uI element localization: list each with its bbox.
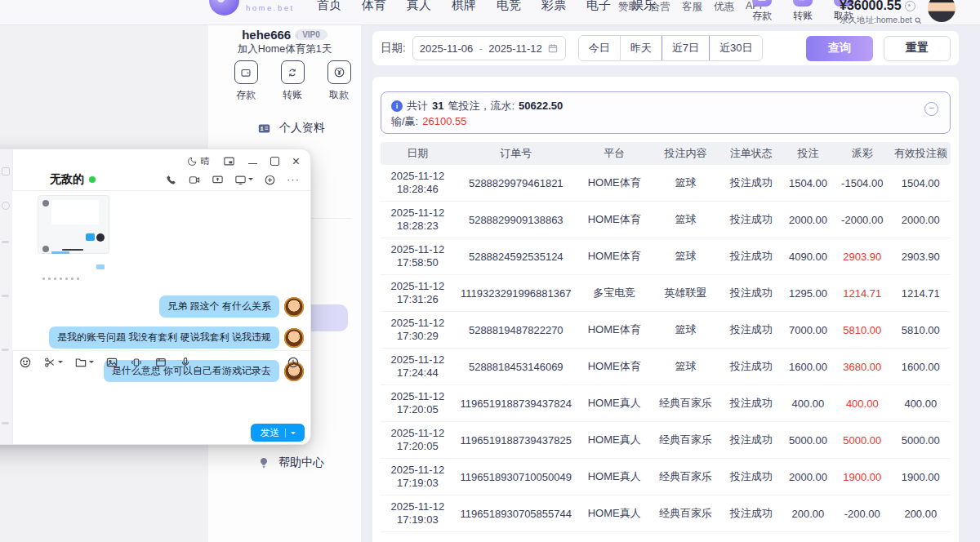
- chat-message-bubble[interactable]: 是我的账号问题 我没有套利 硬说我套利 说我违规: [49, 327, 279, 349]
- message-history-icon[interactable]: [287, 356, 300, 369]
- cell-bet-content: 篮球: [652, 175, 720, 190]
- file-dropdown[interactable]: [74, 355, 94, 370]
- chat-message-area[interactable]: 兄弟 跟这个 有什么关系是我的账号问题 我没有套利 硬说我套利 说我违规是什么意…: [12, 191, 310, 350]
- moon-icon: [187, 156, 198, 167]
- link-item-0[interactable]: 赞助: [618, 0, 639, 14]
- chat-message-bubble[interactable]: 兄弟 跟这个 有什么关系: [159, 295, 279, 318]
- video-call-icon[interactable]: [188, 174, 201, 186]
- chat-titlebar[interactable]: 晴: [12, 149, 310, 169]
- screen-share-icon[interactable]: [212, 174, 224, 186]
- chat-input-toolbar: [19, 355, 300, 370]
- bet-table-body: 2025-11-1218:28:465288829979461821HOME体育…: [381, 165, 951, 532]
- reset-button[interactable]: 重置: [884, 36, 951, 61]
- voice-call-icon[interactable]: [165, 174, 177, 186]
- online-status-dot: [89, 176, 96, 183]
- emoji-icon[interactable]: [19, 356, 32, 369]
- microphone-icon[interactable]: [179, 356, 192, 369]
- collapse-summary-icon[interactable]: [924, 102, 938, 116]
- nav-item-6[interactable]: 电子: [586, 0, 611, 13]
- link-item-1[interactable]: 合营: [650, 0, 670, 14]
- sidebar-item-help[interactable]: 帮助中心: [257, 455, 324, 470]
- site-logo-ball-icon[interactable]: [209, 0, 239, 16]
- range-button-3[interactable]: 近30日: [709, 36, 762, 60]
- nav-item-4[interactable]: 电竞: [497, 0, 521, 13]
- window-shake-icon[interactable]: [130, 356, 143, 369]
- cell-order-status: 投注成功: [719, 286, 782, 300]
- cell-valid-bet: 1504.00: [891, 177, 951, 189]
- nav-item-1[interactable]: 体育: [362, 0, 386, 13]
- date-range-input[interactable]: 2025-11-06 - 2025-11-12: [412, 36, 566, 60]
- balance-value: ¥36000.55: [840, 0, 902, 13]
- column-header: 注单状态: [719, 146, 782, 161]
- cell-valid-bet: 5000.00: [891, 434, 951, 446]
- cell-bet-amount: 4090.00: [782, 251, 834, 263]
- sender-avatar[interactable]: [284, 297, 304, 317]
- sidebar-deposit-button[interactable]: 存款: [229, 60, 262, 102]
- contact-info[interactable]: 无敌的: [50, 172, 96, 187]
- add-app-icon[interactable]: [264, 174, 276, 186]
- pip-window-icon[interactable]: [223, 155, 235, 167]
- date-value: 2025-11-12: [381, 170, 455, 183]
- nav-item-5[interactable]: 彩票: [541, 0, 566, 13]
- topbar-transfer-button[interactable]: 转账: [787, 0, 818, 23]
- maximize-icon[interactable]: [270, 157, 279, 166]
- rail-glyph: [2, 349, 9, 351]
- calendar-icon: [547, 42, 559, 54]
- qq-chat-window[interactable]: 晴 无敌的: [0, 149, 311, 445]
- chat-app-left-rail: [0, 149, 13, 444]
- magnifier-icon: [914, 16, 923, 25]
- top-navigation-bar: HOME home.bet 首页体育真人棋牌电竞彩票电子娱乐 赞助合营客服优惠A…: [0, 0, 980, 25]
- image-icon[interactable]: [105, 356, 118, 369]
- range-button-0[interactable]: 今日: [579, 36, 620, 60]
- range-button-2[interactable]: 近7日: [662, 36, 709, 60]
- permanent-domain-note[interactable]: 永久地址:home.bet: [840, 15, 923, 26]
- sidebar-item-label: 个人资料: [279, 121, 325, 136]
- nav-item-3[interactable]: 棋牌: [452, 0, 476, 13]
- cell-payout: 2903.90: [834, 251, 891, 263]
- cell-valid-bet: 2000.00: [891, 214, 951, 226]
- sent-screenshot-thumbnail[interactable]: [38, 195, 109, 254]
- sidebar-transfer-button[interactable]: 转账: [276, 60, 309, 102]
- wallet-action-label: 转账: [787, 9, 818, 23]
- query-button[interactable]: 查询: [806, 36, 873, 61]
- sidebar-item-profile[interactable]: 个人资料: [257, 121, 325, 136]
- link-item-2[interactable]: 客服: [682, 0, 702, 14]
- cell-date: 2025-11-1217:31:26: [381, 280, 455, 306]
- summary-suffix: 笔投注，流水:: [448, 98, 514, 113]
- screenshot-dropdown[interactable]: [43, 355, 63, 370]
- rail-glyph: [2, 241, 9, 243]
- link-item-3[interactable]: 优惠: [714, 0, 734, 14]
- time-value: 17:30:29: [381, 330, 455, 343]
- message-box-icon[interactable]: [154, 356, 167, 369]
- deposit-icon: [234, 60, 258, 84]
- time-value: 17:58:50: [381, 256, 455, 269]
- minimize-icon[interactable]: [248, 163, 257, 165]
- range-button-1[interactable]: 昨天: [620, 36, 662, 60]
- topbar-deposit-button[interactable]: 存款: [746, 0, 777, 23]
- weather-widget[interactable]: 晴: [187, 155, 210, 167]
- date-value: 2025-11-12: [381, 353, 455, 367]
- cell-date: 2025-11-1218:28:46: [381, 170, 455, 196]
- sidebar-scrollbar[interactable]: [361, 24, 367, 542]
- scissors-icon: [43, 356, 56, 369]
- close-icon[interactable]: [292, 157, 300, 167]
- sidebar-withdraw-button[interactable]: 取款: [323, 60, 355, 102]
- main-nav: 首页体育真人棋牌电竞彩票电子娱乐: [317, 0, 656, 13]
- column-header: 投注: [782, 146, 834, 161]
- send-button[interactable]: 发送: [251, 424, 305, 442]
- transfer-icon: [281, 60, 305, 84]
- cell-payout: 1900.00: [834, 471, 891, 483]
- date-value: 2025-11-12: [381, 427, 455, 440]
- nav-item-0[interactable]: 首页: [317, 0, 341, 13]
- rail-glyph: [2, 422, 9, 424]
- cell-bet-content: 篮球: [652, 249, 720, 264]
- remote-desktop-dropdown[interactable]: [234, 172, 253, 187]
- cell-payout: -1504.00: [834, 177, 891, 189]
- refresh-balance-icon[interactable]: [905, 1, 915, 11]
- column-header: 平台: [577, 146, 652, 161]
- send-options-caret-icon[interactable]: [291, 432, 296, 437]
- sender-avatar[interactable]: [284, 328, 304, 348]
- nav-item-2[interactable]: 真人: [407, 0, 431, 13]
- user-avatar[interactable]: [928, 0, 956, 22]
- more-icon[interactable]: [287, 175, 300, 184]
